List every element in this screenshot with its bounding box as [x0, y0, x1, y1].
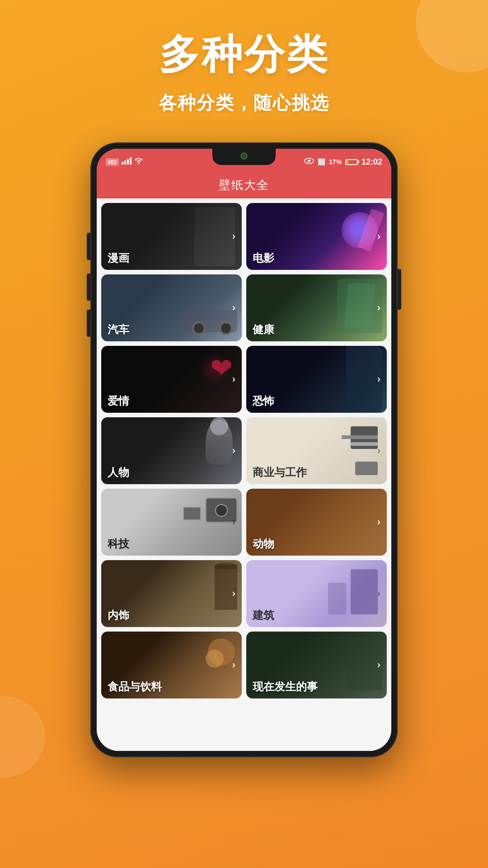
category-card-horror[interactable]: 恐怖 ›: [246, 346, 387, 413]
card-arrow-animal: ›: [377, 516, 380, 528]
signal-strength: [122, 157, 131, 166]
category-card-movie[interactable]: 电影 ›: [246, 203, 387, 270]
category-card-health[interactable]: 健康 ›: [246, 274, 387, 341]
card-label-food: 食品与饮料: [101, 675, 242, 698]
category-card-decor[interactable]: 内饰 ›: [101, 560, 242, 627]
card-arrow-health: ›: [377, 302, 380, 314]
app-bar: 壁纸大全: [97, 171, 391, 198]
card-arrow-people: ›: [232, 445, 235, 457]
card-arrow-manga: ›: [232, 231, 235, 242]
category-card-manga[interactable]: 漫画 ›: [101, 203, 242, 270]
card-arrow-news: ›: [377, 659, 380, 671]
main-title: 多种分类: [0, 27, 488, 82]
card-arrow-love: ›: [232, 373, 235, 385]
eye-icon: [304, 158, 314, 166]
category-grid: 漫画 › 电影 ›: [97, 198, 391, 751]
card-label-manga: 漫画: [101, 246, 242, 270]
card-label-people: 人物: [101, 461, 242, 484]
category-card-architecture[interactable]: 建筑 ›: [246, 560, 387, 627]
card-label-tech: 科技: [101, 532, 242, 556]
card-arrow-food: ›: [232, 659, 235, 671]
svg-rect-1: [124, 160, 126, 165]
card-label-news: 现在发生的事: [246, 675, 387, 698]
svg-rect-0: [122, 162, 123, 165]
header-section: 多种分类 各种分类，随心挑选: [0, 0, 488, 129]
phone-notch: [212, 149, 276, 165]
vibrate-icon: ⬜: [318, 158, 325, 165]
status-right: ⬜ 17% 12:02: [304, 157, 382, 167]
status-left: HD: [106, 157, 143, 166]
category-card-business[interactable]: 商业与工作 ›: [246, 417, 387, 484]
category-card-food[interactable]: 食品与饮料 ›: [101, 632, 242, 698]
battery-icon: [345, 159, 358, 165]
sub-title: 各种分类，随心挑选: [0, 90, 488, 115]
card-label-horror: 恐怖: [246, 389, 387, 413]
card-arrow-business: ›: [377, 445, 380, 457]
wifi-icon: [134, 157, 143, 166]
card-label-car: 汽车: [101, 318, 242, 341]
hd-badge: HD: [106, 158, 119, 166]
category-card-news[interactable]: 现在发生的事 ›: [246, 632, 387, 698]
phone-inner: HD: [97, 149, 391, 751]
card-arrow-decor: ›: [232, 588, 235, 599]
front-camera: [240, 152, 248, 160]
card-arrow-architecture: ›: [377, 588, 380, 599]
svg-rect-2: [127, 159, 129, 165]
app-title: 壁纸大全: [219, 177, 269, 193]
phone-wrapper: HD: [0, 142, 488, 757]
card-label-decor: 内饰: [101, 604, 242, 627]
card-arrow-movie: ›: [377, 231, 380, 242]
svg-rect-3: [130, 157, 131, 165]
card-label-movie: 电影: [246, 246, 387, 270]
card-arrow-horror: ›: [377, 373, 380, 385]
card-arrow-car: ›: [232, 302, 235, 314]
card-label-health: 健康: [246, 318, 387, 341]
time-display: 12:02: [361, 157, 382, 167]
category-card-tech[interactable]: 科技 ›: [101, 489, 242, 556]
category-card-people[interactable]: 人物 ›: [101, 417, 242, 484]
category-card-car[interactable]: 汽车 ›: [101, 274, 242, 341]
svg-point-5: [308, 160, 310, 162]
category-card-love[interactable]: ❤ 爱情 ›: [101, 346, 242, 413]
card-label-business: 商业与工作: [246, 461, 387, 484]
card-arrow-tech: ›: [232, 516, 235, 528]
card-label-animal: 动物: [246, 532, 387, 556]
phone-frame: HD: [90, 142, 398, 757]
card-label-architecture: 建筑: [246, 604, 387, 627]
card-label-love: 爱情: [101, 389, 242, 413]
category-card-animal[interactable]: 动物 ›: [246, 489, 387, 556]
battery-percent: 17%: [329, 158, 342, 165]
